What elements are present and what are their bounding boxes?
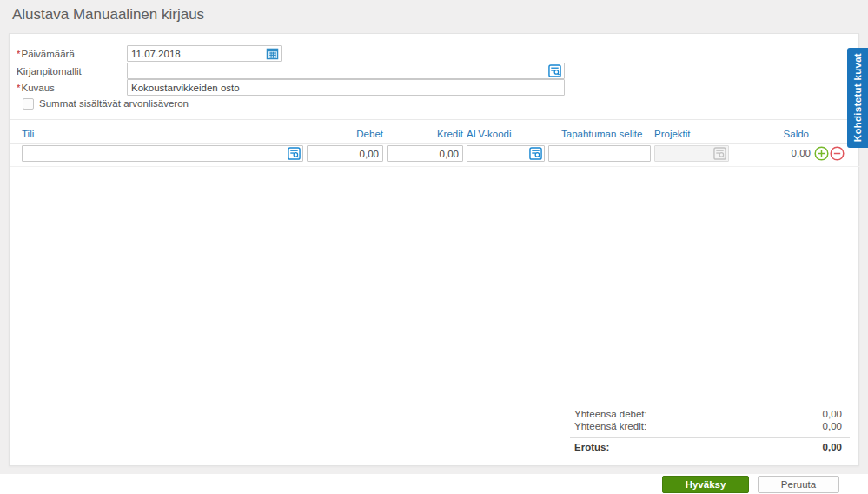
row-divider xyxy=(10,166,860,167)
vat-included-checkbox[interactable] xyxy=(23,98,34,110)
page-title: Alustava Manuaalinen kirjaus xyxy=(12,6,204,23)
lookup-icon[interactable] xyxy=(288,147,301,160)
erotus-value: 0,00 xyxy=(823,442,842,452)
row-selite-input[interactable] xyxy=(548,145,651,162)
lookup-icon[interactable] xyxy=(548,64,561,77)
tab-kohdistetut-kuvat[interactable]: Kohdistetut kuvat xyxy=(847,48,868,148)
erotus-label: Erotus: xyxy=(574,442,609,452)
column-header-debet: Debet xyxy=(307,129,383,139)
column-header-saldo: Saldo xyxy=(732,129,809,139)
total-debet-value: 0,00 xyxy=(823,409,842,419)
column-header-kredit: Kredit xyxy=(387,129,463,139)
templates-label: Kirjanpitomallit xyxy=(17,66,82,77)
row-tili-input[interactable] xyxy=(22,145,303,162)
description-input[interactable] xyxy=(127,79,565,96)
row-debet-input[interactable] xyxy=(307,145,383,162)
column-header-selite: Tapahtuman selite xyxy=(561,129,642,139)
description-label: *Kuvaus xyxy=(17,83,55,93)
templates-input[interactable] xyxy=(127,63,565,79)
total-kredit-value: 0,00 xyxy=(823,421,842,431)
required-marker: * xyxy=(17,83,20,93)
journal-entry-panel: *Päivämäärä Kirjanpitomallit *Kuvaus Sum… xyxy=(9,33,859,466)
minus-circle-icon[interactable] xyxy=(830,146,845,161)
accept-button[interactable]: Hyväksy xyxy=(662,476,749,493)
cancel-button[interactable]: Peruuta xyxy=(758,476,839,493)
tab-kohdistetut-kuvat-label: Kohdistetut kuvat xyxy=(852,53,863,142)
lookup-icon-disabled xyxy=(713,147,726,160)
table-header-divider xyxy=(10,143,860,144)
vat-included-label: Summat sisältävät arvonlisäveron xyxy=(39,98,189,109)
row-kredit-input[interactable] xyxy=(387,145,463,162)
calendar-icon[interactable] xyxy=(266,47,279,60)
total-kredit-label: Yhteensä kredit: xyxy=(574,421,646,431)
column-header-alv: ALV-koodi xyxy=(467,129,512,139)
date-input[interactable] xyxy=(127,45,282,62)
totals-divider xyxy=(570,437,850,438)
date-label: *Päivämäärä xyxy=(17,49,75,59)
required-marker: * xyxy=(17,49,20,59)
total-debet-label: Yhteensä debet: xyxy=(574,409,647,419)
column-header-tili: Tili xyxy=(22,129,34,139)
column-header-projektit: Projektit xyxy=(654,129,691,139)
section-divider xyxy=(10,119,860,120)
plus-circle-icon[interactable] xyxy=(814,146,829,161)
lookup-icon[interactable] xyxy=(529,147,542,160)
row-saldo-value: 0,00 xyxy=(792,148,811,158)
